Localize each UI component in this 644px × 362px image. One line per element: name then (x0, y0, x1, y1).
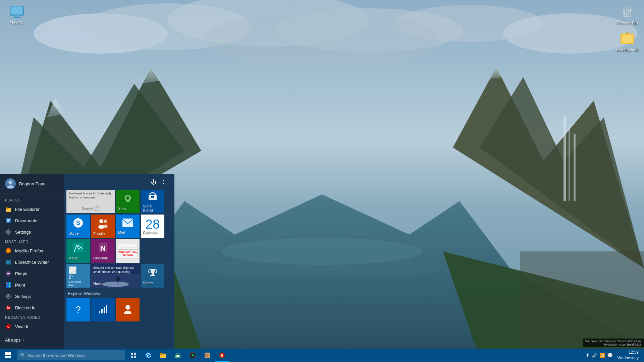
tile-onenote[interactable]: N OneNote (91, 239, 115, 263)
power-button[interactable]: ⏻ (148, 177, 159, 188)
tile-sports[interactable]: Sports (141, 264, 164, 288)
svg-rect-50 (8, 234, 9, 235)
expand-button[interactable]: ⛶ (160, 177, 171, 188)
search-placeholder: Search the web and Windows (28, 353, 86, 358)
svg-rect-58 (6, 263, 9, 263)
svg-rect-36 (622, 35, 633, 43)
svg-point-19 (221, 238, 423, 265)
all-apps-button[interactable]: All apps ↓ (0, 335, 64, 345)
tile-calendar[interactable]: 28 Calendar (141, 215, 164, 238)
clock[interactable]: 12:39 Wednesday (615, 350, 641, 361)
notification-text: Windows 10 Enterprise Technical Preview (585, 340, 641, 343)
taskbar-store[interactable] (170, 349, 185, 362)
clock-time: 12:39 (629, 350, 639, 355)
nav-vivaldi[interactable]: V Vivaldi (0, 321, 64, 332)
svg-rect-106 (134, 353, 136, 355)
taskbar-winamp[interactable] (185, 349, 200, 362)
svg-point-80 (104, 220, 107, 223)
tile-xbox[interactable]: Xbox (116, 190, 140, 213)
mail-icon (122, 218, 133, 229)
calendar-label: Calendar (143, 231, 158, 235)
tray-wifi-icon[interactable]: 📶 (599, 353, 605, 358)
tile-screenshot[interactable]: ──── ──── WINSNAP TRIAL VERSION (116, 239, 140, 263)
tray-action-center[interactable]: 💬 (607, 353, 613, 358)
thispc-icon (9, 3, 25, 19)
svg-rect-75 (151, 196, 154, 198)
svg-marker-13 (480, 77, 644, 268)
svg-rect-46 (7, 221, 9, 222)
explorer-icon (160, 352, 166, 359)
svg-rect-98 (106, 305, 107, 313)
desktop-icon-screenshots[interactable]: Screenshots (614, 30, 641, 52)
svg-point-73 (126, 196, 129, 200)
nav-libreoffice[interactable]: LibreOffice Writer (0, 256, 64, 268)
tile-store[interactable]: Store (Beta) (141, 190, 164, 213)
svg-rect-95 (99, 311, 100, 313)
start-button[interactable] (0, 349, 16, 362)
tile-news[interactable]: Blizzard-stricken East digs out amid for… (91, 264, 140, 288)
desktop-icon-thispc[interactable]: This PC (3, 3, 30, 25)
search-bar[interactable]: 🔍 Search the web and Windows (17, 350, 125, 360)
tray-network-icon[interactable]: ⬆ (586, 353, 590, 358)
taskbar-app6[interactable]: S (215, 349, 229, 362)
user-area[interactable]: Bogdan Popa (0, 174, 64, 193)
tile-maps[interactable]: Maps (66, 239, 90, 263)
tile-explore1[interactable]: ? (66, 298, 90, 321)
tile-mail[interactable]: Mail (116, 215, 140, 238)
nav-settings[interactable]: Settings (0, 226, 64, 238)
svg-rect-104 (8, 356, 11, 358)
blockedin-icon: in (5, 304, 12, 311)
tile-explore2[interactable] (91, 298, 115, 321)
weather-condition: Fog (68, 284, 81, 287)
nav-documents[interactable]: Documents (0, 215, 64, 226)
documents-icon (5, 217, 12, 224)
store-icon (147, 191, 158, 203)
nav-settings2[interactable]: Settings (0, 291, 64, 302)
svg-point-1 (34, 13, 168, 54)
svg-rect-26 (11, 7, 22, 14)
all-apps-label: All apps (5, 338, 20, 343)
taskview-button[interactable] (126, 349, 141, 362)
nav-file-explorer[interactable]: File Explorer (0, 203, 64, 215)
nav-firefox[interactable]: Mozilla Firefox (0, 245, 64, 256)
maps-label: Maps (68, 256, 77, 260)
onenote-label: OneNote (93, 256, 108, 260)
tray-volume-icon[interactable]: 🔊 (592, 353, 597, 358)
skype-icon: S (72, 217, 84, 230)
svg-rect-42 (6, 207, 8, 209)
tiles-area: ⏻ ⛶ Northeast braces for 'potentially hi… (64, 174, 174, 349)
tile-weather[interactable]: 🌫️ 2° București Fog Weather (66, 264, 90, 288)
tile-row-explore: ? (66, 298, 172, 321)
tile-skype[interactable]: S Skype (66, 215, 90, 238)
desktop-icon-recyclebin[interactable]: Recycle Bin (614, 3, 641, 25)
tile-search[interactable]: Northeast braces for 'potentially histor… (66, 190, 115, 213)
system-tray: ⬆ 🔊 📶 💬 12:39 Wednesday Windows 10 Enter… (586, 350, 644, 361)
nav-blockedin-label: Blocked In (15, 305, 36, 310)
weather-details: 2° București Fog (68, 274, 81, 287)
taskbar-edge[interactable] (141, 349, 156, 362)
svg-rect-112 (160, 353, 163, 355)
people-icon (97, 217, 109, 230)
svg-marker-37 (626, 32, 629, 34)
tile-explore3[interactable] (116, 298, 140, 321)
nav-paint[interactable]: Paint (0, 279, 64, 291)
svg-point-99 (125, 305, 130, 310)
svg-point-39 (7, 185, 14, 188)
taskbar-app5[interactable] (200, 349, 215, 362)
tile-people[interactable]: People (91, 215, 115, 238)
svg-text:N: N (100, 244, 106, 252)
nav-libreoffice-label: LibreOffice Writer (15, 260, 49, 265)
svg-rect-41 (6, 208, 11, 212)
nav-blockedin[interactable]: in Blocked In (0, 302, 64, 313)
svg-point-63 (9, 283, 10, 284)
screenshots-label: Screenshots (616, 48, 639, 52)
svg-rect-17 (574, 134, 576, 201)
taskbar-explorer[interactable] (156, 349, 170, 362)
svg-rect-61 (6, 282, 11, 288)
nav-vivaldi-label: Vivaldi (15, 324, 28, 329)
winamp-icon (189, 352, 196, 359)
svg-rect-27 (14, 15, 19, 17)
sports-label: Sports (143, 281, 154, 285)
svg-rect-15 (564, 117, 566, 201)
nav-pidgin[interactable]: Pidgin (0, 268, 64, 279)
